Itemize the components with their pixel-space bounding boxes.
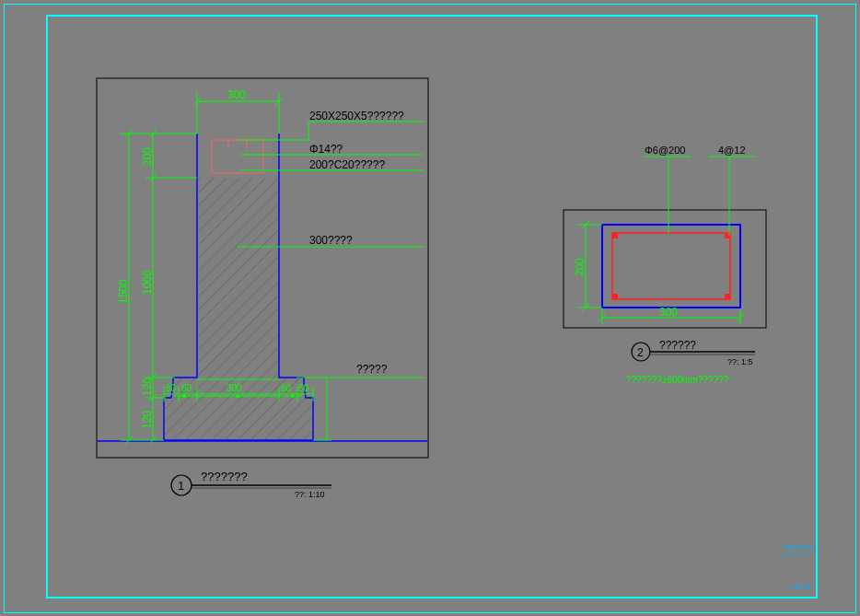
drawing-canvas: 300 1500 1060 200 120 120 60 60 300 60 6…: [0, 0, 860, 616]
bar-label: 4@12: [718, 145, 746, 156]
concrete-hatch: [164, 178, 313, 440]
svg-rect-49: [612, 294, 618, 299]
embed-box: [212, 140, 263, 173]
dim-h: 200: [574, 258, 587, 276]
detail1-scale: ??: 1:10: [295, 490, 325, 499]
stirrup-label: Φ6@200: [645, 145, 685, 156]
detail1-title-block: 1 ??????? ??: 1:10: [171, 470, 331, 499]
svg-point-6: [183, 395, 186, 398]
dim-top-300-text: 300: [227, 88, 246, 101]
detail2-scale: ??: 1:5: [727, 357, 753, 366]
svg-rect-47: [612, 233, 618, 238]
detail2-number: 2: [637, 346, 644, 359]
dim-b60d: 60: [298, 383, 309, 393]
dim-b60c: 60: [281, 383, 292, 393]
dim-1060: 1060: [141, 270, 154, 295]
callout5: ?????: [356, 363, 388, 376]
dim-120b: 120: [141, 411, 154, 429]
svg-point-7: [237, 395, 239, 398]
detail1-number: 1: [178, 479, 184, 493]
callout2: Φ14??: [309, 143, 343, 156]
designer: ??????: [783, 544, 814, 554]
dim-120a: 120: [141, 378, 154, 396]
detail1-title: ???????: [201, 470, 248, 483]
dim-b60b: 60: [181, 383, 192, 393]
sheet-no: LIN-3: [790, 582, 810, 591]
corner-bars: [612, 233, 730, 299]
detail2-title-block: 2 ?????? ??: 1:5: [632, 339, 755, 366]
dim-b300: 300: [227, 383, 242, 393]
stirrup: [612, 233, 730, 299]
dim-b60a: 60: [166, 383, 177, 393]
callout4: 300????: [309, 234, 353, 247]
callout3: 200?C20?????: [309, 158, 385, 171]
svg-rect-50: [725, 294, 730, 299]
callout1: 250X250X5??????: [309, 110, 404, 122]
section-outline: [602, 225, 740, 308]
svg-rect-1: [212, 140, 263, 173]
dim-1500: 1500: [117, 279, 130, 304]
detail2-note: ???????≥600mm??????: [626, 375, 729, 385]
svg-point-8: [292, 395, 295, 398]
dim-w: 300: [659, 306, 678, 319]
detail2-title: ??????: [659, 339, 696, 352]
dim-200: 200: [141, 147, 154, 166]
